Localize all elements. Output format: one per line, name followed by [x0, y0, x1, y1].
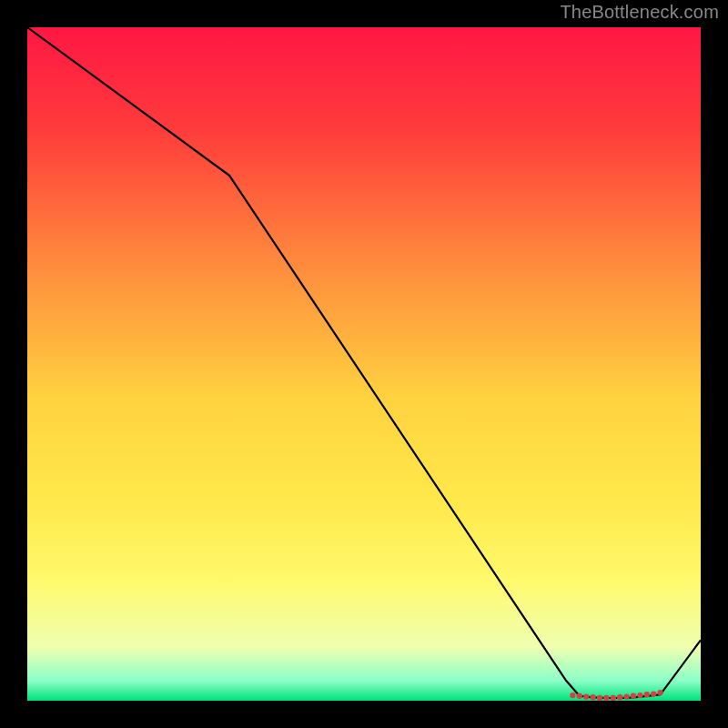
plot-area — [27, 27, 701, 701]
marker-dot — [657, 690, 662, 695]
gradient-background — [27, 27, 701, 701]
marker-dot — [583, 693, 589, 699]
marker-dot — [590, 694, 595, 700]
chart-svg — [27, 27, 701, 701]
marker-dot — [611, 695, 616, 701]
marker-dot — [577, 693, 582, 699]
marker-dot — [623, 693, 629, 699]
marker-dot — [597, 695, 602, 701]
watermark-label: TheBottleneck.com — [560, 2, 719, 23]
marker-dot — [570, 693, 575, 698]
marker-dot — [644, 692, 650, 697]
marker-dot — [637, 693, 642, 698]
marker-dot — [631, 693, 636, 699]
chart-container: TheBottleneck.com — [0, 0, 728, 728]
marker-dot — [603, 695, 609, 701]
marker-dot — [617, 694, 622, 700]
marker-dot — [651, 691, 656, 696]
